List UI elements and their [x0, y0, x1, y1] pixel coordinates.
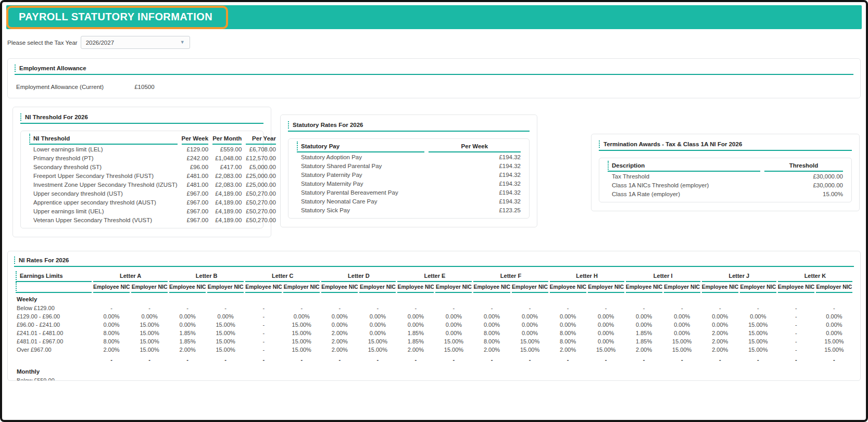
- cell: £2,083.00: [212, 171, 242, 180]
- cell: Investment Zone Upper Secondary Threshol…: [29, 180, 178, 189]
- cell: £481.00: [182, 171, 209, 180]
- rate-cell: 15.00%: [588, 346, 624, 354]
- rate-cell: -: [588, 304, 624, 312]
- rate-cell: 0.00%: [397, 321, 434, 329]
- nic-subcolumn-header: Employee NIC: [778, 282, 814, 293]
- employment-allowance-value: £10500: [134, 84, 154, 90]
- table-row: Class 1A NICs Threshold (employer)£30,00…: [608, 181, 843, 189]
- letter-column-header: Letter A: [93, 271, 168, 282]
- rate-cell: -: [93, 304, 130, 312]
- letter-column-header: Letter E: [397, 271, 472, 282]
- rate-cell: -: [283, 304, 320, 312]
- rate-cell: -: [702, 304, 738, 312]
- rate-cell: 15.00%: [207, 337, 244, 346]
- table-row: Statutory Shared Parental Pay£194.32: [297, 161, 521, 170]
- rate-cell: 15.00%: [283, 346, 320, 354]
- rate-cell: -: [664, 376, 700, 381]
- rate-cell: -: [169, 376, 206, 381]
- cell: £967.00: [182, 207, 209, 215]
- page-title: PAYROLL STATUTORY INFORMATION: [19, 11, 212, 23]
- rate-row: Below £129.00--------------------: [16, 304, 852, 312]
- table-row: Secondary threshold (ST)£96.00£417.00£5,…: [29, 162, 276, 171]
- cell: £967.00: [182, 198, 209, 207]
- rate-cell: 0.00%: [93, 312, 130, 321]
- rate-cell: 8.00%: [93, 337, 130, 346]
- rate-cell: 15.00%: [816, 346, 852, 354]
- rate-cell: -: [778, 321, 814, 329]
- period-group-label: Weekly: [16, 293, 852, 304]
- nic-subcolumn-header: Employee NIC: [245, 282, 282, 293]
- nic-subcolumn-header: Employee NIC: [702, 282, 738, 293]
- rate-cell: 15.00%: [359, 346, 396, 354]
- rate-row: Over £967.002.00%15.00%2.00%15.00%-15.00…: [16, 346, 852, 354]
- rate-cell: 0.00%: [169, 312, 206, 321]
- rate-cell: 0.00%: [664, 321, 700, 329]
- rate-cell: 0.00%: [664, 329, 700, 337]
- rate-cell: -: [778, 329, 814, 337]
- cell: Lower earnings limit (LEL): [29, 145, 178, 154]
- rate-cell: 0.00%: [359, 321, 396, 329]
- heading-underline: [14, 266, 854, 267]
- rate-cell: 15.00%: [664, 346, 700, 354]
- rate-cell: -: [207, 376, 244, 381]
- rate-cell: -: [778, 354, 814, 365]
- nic-subcolumn-header: Employer NIC: [207, 282, 244, 293]
- rate-cell: 2.00%: [626, 346, 662, 354]
- rate-cell: 0.00%: [435, 312, 472, 321]
- column-header: Per Week: [429, 142, 521, 152]
- rate-cell: 2.00%: [702, 337, 738, 346]
- rate-cell: 0.00%: [283, 312, 320, 321]
- ni-rates-heading: NI Rates For 2026: [14, 257, 854, 264]
- rate-cell: 15.00%: [435, 337, 472, 346]
- rate-cell: -: [397, 304, 434, 312]
- termination-awards-table-card: DescriptionThresholdTax Threshold£30,000…: [599, 158, 852, 202]
- cell: Freeport Upper Secondary Threshold (FUST…: [29, 171, 178, 180]
- cell: £4,189.00: [212, 189, 242, 198]
- summary-cards-row: NI Threshold For 2026 NI ThresholdPer We…: [7, 107, 861, 237]
- cell: Upper earnings limit (UEL): [29, 207, 178, 215]
- rate-cell: -: [740, 354, 776, 365]
- rate-cell: 0.00%: [626, 321, 662, 329]
- cell: Upper secondary threshold (UST): [29, 189, 178, 198]
- rate-cell: 0.00%: [550, 312, 586, 321]
- cell: £5,000.00: [246, 162, 276, 171]
- nic-subcolumn-header: Employer NIC: [740, 282, 776, 293]
- cell: £50,270.00: [246, 198, 276, 207]
- nic-subcolumn-header: Employee NIC: [550, 282, 586, 293]
- cell: Secondary threshold (ST): [29, 162, 178, 171]
- nic-subcolumn-header: Employer NIC: [664, 282, 700, 293]
- cell: £194.32: [429, 170, 521, 179]
- table-header-row: NI ThresholdPer WeekPer MonthPer Year: [29, 134, 276, 145]
- column-header: NI Threshold: [29, 134, 178, 145]
- title-highlight-box: PAYROLL STATUTORY INFORMATION: [6, 6, 228, 29]
- cell: Statutory Adoption Pay: [297, 152, 424, 161]
- period-group-row: Monthly: [16, 365, 852, 376]
- rate-cell: 15.00%: [740, 321, 776, 329]
- earnings-limit-cell: [16, 354, 92, 365]
- rate-cell: 0.00%: [588, 321, 624, 329]
- cell: Statutory Neonatal Care Pay: [297, 197, 424, 206]
- rate-cell: 0.00%: [588, 337, 624, 346]
- cell: £6,708.00: [246, 145, 276, 154]
- rate-cell: 15.00%: [664, 337, 700, 346]
- rate-cell: 0.00%: [816, 321, 852, 329]
- rate-cell: -: [626, 376, 662, 381]
- nic-subcolumn-header: Employee NIC: [93, 282, 130, 293]
- rate-cell: 15.00%: [283, 329, 320, 337]
- earnings-limit-cell: £481.01 - £967.00: [16, 337, 92, 346]
- rate-cell: 15.00%: [816, 337, 852, 346]
- rate-cell: 15.00%: [512, 337, 548, 346]
- tax-year-selected-value: 2026/2027: [86, 40, 114, 46]
- table-row: Statutory Neonatal Care Pay£194.32: [297, 197, 521, 206]
- period-group-label: Monthly: [16, 365, 852, 376]
- table-row: Class 1A Rate (employer)15.00%: [608, 189, 843, 198]
- rate-cell: 0.00%: [512, 329, 548, 337]
- tax-year-select[interactable]: 2026/2027 ▼: [81, 36, 190, 49]
- nic-subcolumn-header: Employer NIC: [588, 282, 624, 293]
- rate-cell: 2.00%: [321, 346, 358, 354]
- rate-cell: 2.00%: [169, 346, 206, 354]
- rate-cell: 0.00%: [702, 321, 738, 329]
- rate-cell: 0.00%: [512, 321, 548, 329]
- cell: £30,000.00: [764, 172, 843, 181]
- employment-allowance-row: Employment Allowance (Current) £10500: [15, 84, 853, 90]
